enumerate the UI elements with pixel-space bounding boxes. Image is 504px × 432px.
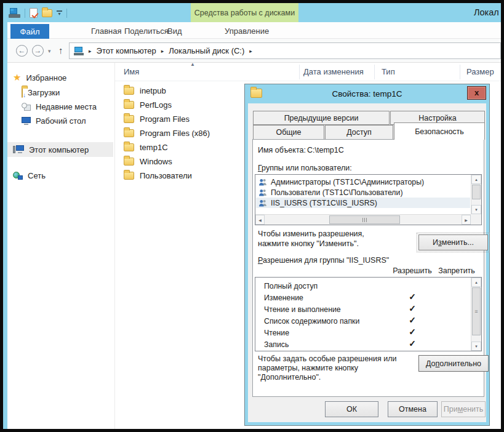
dialog-title: Свойства: temp1C: [247, 89, 487, 98]
folder-icon: [124, 158, 134, 166]
object-name-label: Имя объекта:: [258, 146, 306, 154]
recent-locations-dropdown-icon[interactable]: ▾: [48, 48, 51, 54]
quick-access-toolbar: ▾: [9, 6, 67, 20]
column-separator[interactable]: [374, 65, 375, 79]
file-row-inetpub[interactable]: inetpub: [121, 84, 244, 98]
allow-checkmark: ✓: [391, 303, 434, 313]
apply-button[interactable]: Применить: [441, 401, 486, 417]
title-bar: ▾ Средства работы с дисками Локал: [3, 3, 501, 22]
ok-button[interactable]: ОК: [325, 401, 378, 417]
scrollbar-thumb[interactable]: [329, 215, 400, 224]
change-button[interactable]: Изменить...: [418, 234, 488, 250]
customize-toolbar-dropdown-icon[interactable]: ▾: [57, 10, 62, 16]
group-name: Пользователи (TST1C\Пользователи): [271, 188, 403, 197]
user-group-icon: [258, 189, 267, 196]
allow-checkmark: ✓: [391, 338, 434, 348]
horizontal-scrollbar[interactable]: ◀ ▶: [255, 214, 471, 225]
group-name: IIS_IUSRS (TST1C\IIS_IUSRS): [271, 199, 377, 207]
object-name-value: C:\temp1C: [307, 146, 344, 154]
change-hint-line1: Чтобы изменить разрешения,: [258, 230, 364, 238]
group-row-users[interactable]: Пользователи (TST1C\Пользователи): [256, 187, 470, 198]
close-icon[interactable]: x: [467, 86, 486, 100]
folder-icon: [124, 87, 134, 95]
tab-security[interactable]: Безопасность: [394, 122, 485, 140]
column-separator[interactable]: [299, 65, 300, 79]
column-header-date[interactable]: Дата изменения: [303, 67, 364, 76]
sidebar-item-recent-places[interactable]: Недавние места: [7, 100, 113, 113]
back-button[interactable]: ←: [16, 45, 28, 57]
tab-previous-versions[interactable]: Предыдущие версии: [253, 111, 390, 125]
up-button[interactable]: ↑: [58, 45, 63, 55]
permission-row-full-control[interactable]: Полный доступ: [256, 280, 470, 292]
column-header-type[interactable]: Тип: [382, 67, 395, 76]
breadcrumb-local-disk-c[interactable]: Локальный диск (C:): [169, 46, 244, 55]
window-left-border: [3, 22, 7, 429]
ribbon-tab-row: Файл Главная Поделиться Вид Управление: [7, 22, 501, 39]
computer-icon: [74, 47, 84, 55]
permission-row-modify[interactable]: Изменение ✓: [256, 292, 470, 303]
permission-row-write[interactable]: Запись ✓: [256, 338, 470, 350]
address-breadcrumb-bar[interactable]: ▸ Этот компьютер ▸ Локальный диск (C:) ▸: [69, 42, 501, 59]
tab-view[interactable]: Вид: [167, 26, 182, 36]
column-separator[interactable]: [460, 65, 460, 79]
scroll-up-icon[interactable]: ▲: [471, 278, 481, 287]
vertical-scrollbar[interactable]: ▲ ≡ ▼: [471, 278, 481, 351]
allow-checkmark: ✓: [391, 292, 434, 302]
user-group-icon: [258, 199, 267, 207]
permission-row-read[interactable]: Чтение ✓: [256, 327, 470, 338]
scrollbar-thumb[interactable]: ≡: [472, 287, 481, 335]
sidebar-item-this-pc[interactable]: Этот компьютер: [7, 142, 113, 157]
cancel-button[interactable]: Отмена: [388, 401, 438, 417]
breadcrumb-this-pc[interactable]: Этот компьютер: [97, 46, 156, 55]
advanced-hint-line2: параметры, нажмите кнопку: [258, 364, 358, 372]
sidebar-item-downloads[interactable]: ↓ Загрузки: [7, 86, 113, 99]
recent-places-icon: [22, 103, 31, 111]
vertical-scrollbar[interactable]: ▲ ▼: [471, 175, 481, 214]
advanced-hint-line1: Чтобы задать особые разрешения или: [258, 354, 396, 363]
sidebar-item-favorites[interactable]: ★ Избранное: [7, 71, 113, 84]
tab-manage[interactable]: Управление: [225, 26, 269, 36]
file-name: PerfLogs: [140, 100, 172, 110]
advanced-button[interactable]: Дополнительно: [418, 355, 489, 372]
downloads-folder-icon: ↓: [22, 88, 23, 97]
tab-share[interactable]: Поделиться: [124, 26, 169, 36]
tab-home[interactable]: Главная: [91, 26, 121, 36]
group-row-administrators[interactable]: Администраторы (TST1C\Администраторы): [256, 177, 470, 187]
column-header-size[interactable]: Размер: [466, 67, 494, 76]
file-row-perflogs[interactable]: PerfLogs: [121, 98, 244, 112]
scroll-right-icon[interactable]: ▶: [462, 215, 471, 225]
forward-button[interactable]: →: [32, 45, 44, 57]
toolbar-separator: [25, 9, 25, 18]
file-row-windows[interactable]: Windows: [121, 154, 244, 169]
column-header-name[interactable]: Имя: [124, 67, 139, 76]
explorer-window: ▾ Средства работы с дисками Локал Файл Г…: [3, 3, 501, 429]
tab-sharing[interactable]: Доступ: [325, 125, 393, 140]
sidebar-item-desktop[interactable]: Рабочий стол: [7, 114, 113, 127]
network-icon: [13, 172, 23, 180]
scrollbar-thumb[interactable]: [472, 185, 481, 199]
scroll-up-icon[interactable]: ▲: [471, 175, 481, 184]
file-row-users[interactable]: Пользователи: [121, 169, 244, 183]
new-folder-icon[interactable]: [42, 9, 52, 17]
file-row-program-files[interactable]: Program Files: [121, 112, 244, 126]
file-row-temp1c[interactable]: temp1C: [121, 140, 244, 154]
tab-file[interactable]: Файл: [10, 24, 49, 39]
permission-row-list-folder[interactable]: Список содержимого папки ✓: [256, 315, 470, 327]
breadcrumb-arrow-icon: ▸: [89, 48, 92, 54]
file-row-program-files-x86[interactable]: Program Files (x86): [121, 126, 244, 140]
sidebar-item-network[interactable]: Сеть: [7, 169, 113, 182]
sidebar-label: Избранное: [26, 73, 66, 82]
permission-row-read-execute[interactable]: Чтение и выполнение ✓: [256, 303, 470, 315]
properties-icon[interactable]: [30, 8, 38, 18]
file-name: Program Files (x86): [140, 129, 210, 138]
scroll-down-icon[interactable]: ▼: [471, 205, 481, 214]
sidebar-label: Загрузки: [28, 88, 60, 97]
favorites-star-icon: ★: [13, 73, 21, 82]
group-row-iis-iusrs[interactable]: IIS_IUSRS (TST1C\IIS_IUSRS): [256, 198, 470, 208]
window-system-icon[interactable]: [9, 8, 20, 18]
tab-general[interactable]: Общие: [253, 125, 324, 140]
scroll-left-icon[interactable]: ◀: [255, 215, 265, 225]
scroll-down-icon[interactable]: ▼: [471, 342, 481, 351]
folder-icon: [124, 129, 134, 137]
toolbar-separator: [66, 9, 67, 18]
